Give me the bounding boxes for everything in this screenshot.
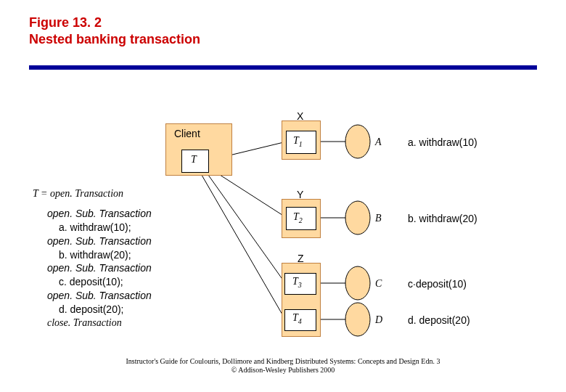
svg-line-3 <box>200 171 285 319</box>
t2-label: T2 <box>293 211 303 224</box>
footer: Instructor's Guide for Coulouris, Dollim… <box>0 357 566 375</box>
obj-A-label: A <box>375 136 382 148</box>
svg-point-10 <box>345 266 370 300</box>
obj-D-label: D <box>375 314 382 326</box>
diagram-stage: Figure 13. 2 Nested banking transaction … <box>0 0 566 392</box>
svg-line-2 <box>205 170 285 283</box>
t3-label: T3 <box>292 276 302 289</box>
site-z-label: Z <box>298 253 304 264</box>
code-sub-1: open. Sub. Transaction <box>47 207 152 221</box>
svg-point-9 <box>345 201 370 234</box>
code-sub-3: open. Sub. Transaction <box>47 261 152 275</box>
t4-label: T4 <box>292 312 302 325</box>
code-open-transaction: T = open. Transaction <box>33 187 152 201</box>
svg-point-11 <box>345 303 370 336</box>
site-x-label: X <box>297 110 303 122</box>
obj-C-label: C <box>375 278 382 290</box>
svg-point-8 <box>345 125 370 158</box>
op-D: d. deposit(20) <box>408 314 470 326</box>
t1-label: T1 <box>293 135 303 148</box>
code-block: T = open. Transaction open. Sub. Transac… <box>33 187 152 330</box>
code-l3: c. deposit(10); <box>59 275 152 289</box>
code-sub-4: open. Sub. Transaction <box>47 289 152 303</box>
code-l4: d. deposit(20); <box>59 303 152 317</box>
obj-B-label: B <box>375 213 382 224</box>
op-A: a. withdraw(10) <box>408 136 477 148</box>
code-l1: a. withdraw(10); <box>59 221 152 234</box>
client-label: Client <box>174 128 200 139</box>
footer-line-1: Instructor's Guide for Coulouris, Dollim… <box>126 357 440 365</box>
code-sub-2: open. Sub. Transaction <box>47 234 152 248</box>
site-y-label: Y <box>297 189 303 200</box>
op-B: b. withdraw(20) <box>408 213 477 224</box>
op-C: c·deposit(10) <box>408 278 467 290</box>
code-close: close. Transaction <box>47 317 152 330</box>
code-l2: b. withdraw(20); <box>59 248 152 262</box>
footer-line-2: © Addison-Wesley Publishers 2000 <box>231 366 335 374</box>
t-label: T <box>191 154 197 166</box>
